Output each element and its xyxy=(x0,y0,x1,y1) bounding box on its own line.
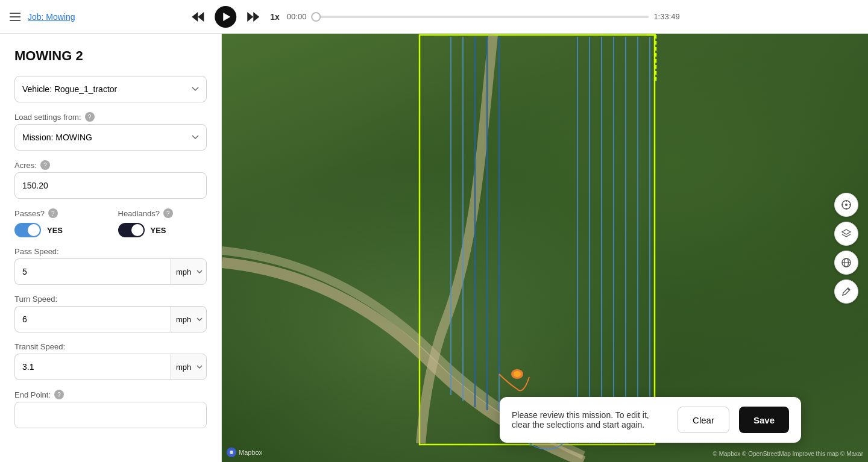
job-title[interactable]: Job: Mowing xyxy=(28,12,75,22)
mapbox-logo: Mapbox xyxy=(227,448,262,457)
map-controls xyxy=(834,193,858,304)
edit-button[interactable] xyxy=(834,279,858,304)
svg-marker-0 xyxy=(192,12,198,22)
pass-speed-input[interactable] xyxy=(14,258,171,285)
headlands-toggle[interactable] xyxy=(118,223,145,237)
end-point-group: End Point: ? xyxy=(14,390,207,428)
timeline-track[interactable] xyxy=(311,16,649,18)
playback-controls: 1x 00:00 1:33:49 xyxy=(188,6,680,28)
map-area[interactable]: Please review this mission. To edit it, … xyxy=(222,34,868,462)
turn-speed-label: Turn Speed: xyxy=(14,295,207,304)
location-button[interactable] xyxy=(834,193,858,217)
vehicle-group: Vehicle: Rogue_1_tractor xyxy=(14,76,207,102)
passes-label: Passes? ? xyxy=(14,208,104,218)
transit-speed-unit-select[interactable]: mphkph xyxy=(171,354,207,380)
pass-speed-input-row: mphkph xyxy=(14,258,207,285)
acres-label: Acres: ? xyxy=(14,160,207,170)
pass-speed-unit-select[interactable]: mphkph xyxy=(171,258,207,285)
clear-button[interactable]: Clear xyxy=(678,407,729,433)
passes-toggle-label: YES xyxy=(47,226,63,235)
topbar: Job: Mowing 1x 00:00 1:33:49 xyxy=(0,0,868,34)
transit-speed-group: Transit Speed: mphkph xyxy=(14,342,207,380)
svg-marker-1 xyxy=(198,12,204,22)
headlands-toggle-thumb xyxy=(131,224,143,236)
vehicle-select[interactable]: Vehicle: Rogue_1_tractor xyxy=(14,76,207,102)
rewind-button[interactable] xyxy=(188,8,207,25)
review-message: Please review this mission. To edit it, … xyxy=(512,410,668,429)
sidebar: MOWING 2 Vehicle: Rogue_1_tractor Load s… xyxy=(0,34,222,462)
headlands-toggle-label: YES xyxy=(151,226,166,235)
svg-point-25 xyxy=(845,204,848,206)
toggles-row: Passes? ? YES Headlands? ? xyxy=(14,208,207,237)
passes-toggle-row: YES xyxy=(14,223,104,237)
svg-marker-3 xyxy=(253,12,259,22)
review-toast: Please review this mission. To edit it, … xyxy=(500,397,801,443)
time-current: 00:00 xyxy=(287,12,307,21)
passes-help-icon[interactable]: ? xyxy=(48,208,58,218)
main-layout: MOWING 2 Vehicle: Rogue_1_tractor Load s… xyxy=(0,34,868,462)
save-button[interactable]: Save xyxy=(739,407,789,433)
headlands-help-icon[interactable]: ? xyxy=(163,208,173,218)
svg-marker-2 xyxy=(247,12,253,22)
playback-speed[interactable]: 1x xyxy=(270,12,280,22)
headlands-label: Headlands? ? xyxy=(118,208,207,218)
page-title: MOWING 2 xyxy=(14,48,207,64)
acres-group: Acres: ? xyxy=(14,160,207,199)
load-settings-help-icon[interactable]: ? xyxy=(85,112,95,122)
turn-speed-group: Turn Speed: mphkph xyxy=(14,295,207,332)
pass-speed-group: Pass Speed: mphkph xyxy=(14,247,207,285)
map-satellite: Please review this mission. To edit it, … xyxy=(222,34,868,462)
svg-point-18 xyxy=(514,371,521,377)
turn-speed-input[interactable] xyxy=(14,306,171,332)
acres-help-icon[interactable]: ? xyxy=(40,160,50,170)
pass-speed-label: Pass Speed: xyxy=(14,247,207,256)
transit-speed-input-row: mphkph xyxy=(14,354,207,380)
passes-toggle-thumb xyxy=(28,224,40,236)
load-settings-label: Load settings from: ? xyxy=(14,112,207,122)
play-button[interactable] xyxy=(215,6,236,28)
turn-speed-input-row: mphkph xyxy=(14,306,207,332)
headlands-group: Headlands? ? YES xyxy=(118,208,207,237)
transit-speed-input[interactable] xyxy=(14,354,171,380)
menu-icon[interactable] xyxy=(10,13,20,21)
load-settings-group: Load settings from: ? Mission: MOWING xyxy=(14,112,207,151)
time-end: 1:33:49 xyxy=(653,12,679,21)
timeline-thumb[interactable] xyxy=(311,12,321,22)
globe-button[interactable] xyxy=(834,251,858,275)
layers-button[interactable] xyxy=(834,222,858,246)
map-copyright: © Mapbox © OpenStreetMap Improve this ma… xyxy=(713,451,863,457)
acres-input[interactable] xyxy=(14,172,207,199)
timeline: 00:00 1:33:49 xyxy=(287,12,680,21)
end-point-help-icon[interactable]: ? xyxy=(54,390,64,399)
headlands-toggle-row: YES xyxy=(118,223,207,237)
fastforward-button[interactable] xyxy=(244,8,263,25)
transit-speed-label: Transit Speed: xyxy=(14,342,207,351)
svg-point-35 xyxy=(230,451,233,454)
end-point-label: End Point: ? xyxy=(14,390,207,399)
end-point-input[interactable] xyxy=(14,402,207,428)
turn-speed-unit-select[interactable]: mphkph xyxy=(171,306,207,332)
passes-toggle[interactable] xyxy=(14,223,41,237)
passes-group: Passes? ? YES xyxy=(14,208,104,237)
mission-select[interactable]: Mission: MOWING xyxy=(14,124,207,151)
